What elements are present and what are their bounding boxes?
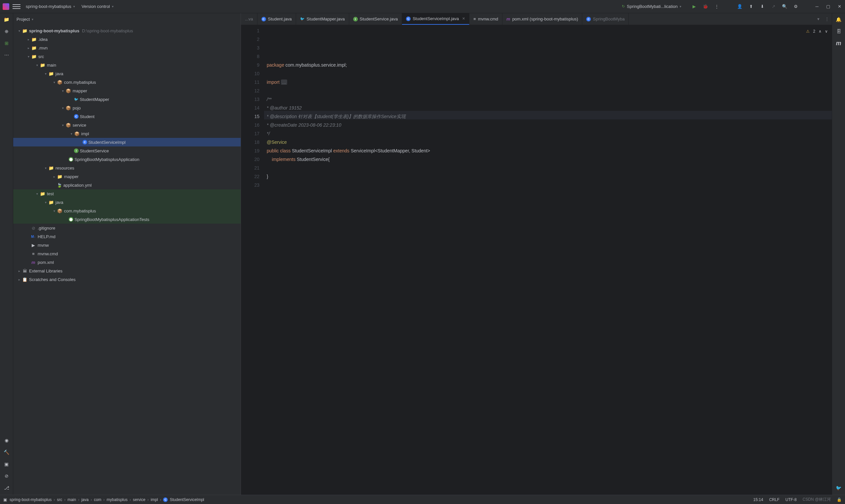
tree-folder-mvn[interactable]: ▸📁.mvn — [13, 43, 241, 52]
terminal-tool-icon[interactable]: ▣ — [3, 461, 10, 468]
scratch-icon: 📋 — [22, 277, 28, 282]
tree-folder-java[interactable]: ▾📁java — [13, 69, 241, 78]
library-icon: 🏛 — [22, 269, 28, 273]
tree-package-mapper[interactable]: ▾📦mapper — [13, 86, 241, 95]
run-button[interactable]: ▶ — [691, 4, 697, 10]
maven-icon: m — [506, 17, 510, 21]
mybatis-tool-icon[interactable]: 🐦 — [835, 484, 842, 491]
editor-area: ...va CStudent.java 🐦StudentMapper.java … — [241, 13, 832, 495]
next-highlight-icon[interactable]: ∨ — [825, 27, 828, 36]
tree-class-app[interactable]: ⬤ SpringBootMybatisplusApplication — [13, 155, 241, 164]
tree-folder-test[interactable]: ▾📁test — [13, 189, 241, 198]
tree-class-apptest[interactable]: ⬤ SpringBootMybatisplusApplicationTests — [13, 215, 241, 223]
database-tool-icon[interactable]: 🗄 — [835, 28, 842, 35]
text-icon: ≡ — [30, 251, 36, 256]
tree-interface-ss[interactable]: I StudentService — [13, 146, 241, 155]
project-tool-icon[interactable]: 📁 — [3, 16, 10, 23]
code-with-me-icon[interactable]: 👤 — [737, 4, 743, 10]
main-menu-button[interactable] — [13, 3, 20, 11]
script-icon: ▶ — [30, 243, 36, 248]
prev-highlight-icon[interactable]: ∧ — [818, 27, 822, 36]
tree-file-mvnw[interactable]: ▶mvnw — [13, 241, 241, 249]
tree-package-impl[interactable]: ▾📦impl — [13, 129, 241, 138]
close-button[interactable]: ✕ — [837, 4, 842, 10]
tab-studentmapper[interactable]: 🐦StudentMapper.java — [296, 13, 349, 25]
build-tool-icon[interactable]: 🔨 — [3, 449, 10, 456]
settings-icon[interactable]: ⚙ — [793, 4, 799, 10]
tree-folder-main[interactable]: ▾📁main — [13, 61, 241, 69]
more-tools-icon[interactable]: ⋯ — [3, 52, 10, 59]
sidebar-header[interactable]: Project ▾ — [13, 13, 241, 25]
search-icon[interactable]: 🔍 — [781, 4, 788, 10]
commit-icon[interactable]: ⬇ — [759, 4, 765, 10]
class-icon: C — [261, 17, 266, 21]
commit-tool-icon[interactable]: ⊕ — [3, 28, 10, 35]
tree-package-service[interactable]: ▾📦service — [13, 121, 241, 129]
tree-file[interactable]: 🐦 StudentMapper — [13, 95, 241, 104]
inspection-widget[interactable]: ⚠2 ∧ ∨ — [806, 27, 828, 36]
tree-class-student[interactable]: C Student — [13, 112, 241, 121]
ignore-icon: ⊘ — [30, 226, 36, 231]
run-tool-icon[interactable]: ◉ — [3, 437, 10, 444]
maven-tool-icon[interactable]: m — [835, 40, 842, 47]
minimize-button[interactable]: ─ — [814, 4, 820, 10]
class-icon: C — [83, 140, 87, 144]
tree-file-pom[interactable]: mpom.xml — [13, 258, 241, 267]
intellij-logo — [3, 3, 9, 10]
tree-folder-resources[interactable]: ▾📁resources — [13, 164, 241, 172]
code-editor[interactable]: package com.mybatisplus.service.impl; im… — [264, 25, 832, 495]
tab-partial[interactable]: ...va — [241, 13, 258, 25]
chevron-down-icon: ▾ — [112, 5, 113, 8]
debug-button[interactable]: 🐞 — [702, 4, 708, 10]
more-actions-button[interactable]: ⋮ — [714, 4, 720, 10]
tree-external-lib[interactable]: ▸🏛External Libraries — [13, 267, 241, 275]
line-separator[interactable]: CRLF — [769, 498, 779, 502]
chevron-down-icon: ▾ — [680, 5, 681, 8]
tree-file-mvnwcmd[interactable]: ≡mvnw.cmd — [13, 249, 241, 258]
structure-tool-icon[interactable]: ⊞ — [3, 40, 10, 47]
file-encoding[interactable]: UTF-8 — [785, 498, 796, 502]
readonly-toggle[interactable]: 🔒 — [837, 498, 842, 502]
tree-file-help[interactable]: M↓HELP.md — [13, 232, 241, 241]
spring-icon: ⬤ — [69, 157, 73, 162]
interface-icon: I — [74, 148, 78, 153]
caret-position[interactable]: 15:14 — [753, 498, 763, 502]
editor-body[interactable]: 123891011121314151617181920212223 packag… — [241, 25, 832, 495]
tree-root[interactable]: ▾📁spring-boot-mybatisplusD:\spring-boot-… — [13, 26, 241, 35]
tree-folder-java2[interactable]: ▾📁java — [13, 198, 241, 206]
project-dropdown[interactable]: spring-boot-mybatisplus — [26, 4, 71, 9]
project-sidebar: Project ▾ ▾📁spring-boot-mybatisplusD:\sp… — [13, 13, 241, 495]
run-configuration-selector[interactable]: ↻ SpringBootMybati...lication ▾ — [622, 4, 688, 9]
update-icon[interactable]: ⬆ — [748, 4, 754, 10]
vcs-tool-icon[interactable]: ⎇ — [3, 484, 10, 491]
tab-mvnwcmd[interactable]: ≡mvnw.cmd — [469, 13, 503, 25]
tree-scratches[interactable]: ▸📋Scratches and Consoles — [13, 275, 241, 284]
maximize-button[interactable]: ▢ — [825, 4, 831, 10]
push-icon[interactable]: ↗ — [770, 4, 776, 10]
spring-leaf-icon: 🍃 — [57, 183, 62, 188]
maven-icon: m — [30, 260, 36, 265]
breadcrumb[interactable]: spring-boot-mybatisplus› src› main› java… — [10, 498, 204, 502]
tab-studentserviceimpl[interactable]: CStudentServiceImpl.java✕ — [402, 13, 469, 25]
tree-file-appyml[interactable]: 🍃 application.yml — [13, 181, 241, 189]
tab-springboot[interactable]: CSpringBootMyba — [582, 13, 629, 25]
tree-folder-src[interactable]: ▾📁src — [13, 52, 241, 61]
tab-dropdown[interactable]: ▾ — [815, 17, 822, 21]
tab-more[interactable]: ⋮ — [822, 17, 832, 21]
tree-folder-idea[interactable]: ▸📁.idea — [13, 35, 241, 43]
tree-package2[interactable]: ▾📦com.mybatisplus — [13, 206, 241, 215]
tree-package-pojo[interactable]: ▾📦pojo — [13, 104, 241, 112]
tree-folder-mapper[interactable]: ▸📁mapper — [13, 172, 241, 181]
chevron-down-icon: ▾ — [32, 17, 33, 21]
tab-student[interactable]: CStudent.java — [258, 13, 296, 25]
version-control-dropdown[interactable]: Version control — [82, 4, 110, 9]
nav-icon[interactable]: ▣ — [3, 498, 7, 502]
notifications-icon[interactable]: 🔔 — [835, 16, 842, 23]
tree-file-gitignore[interactable]: ⊘.gitignore — [13, 223, 241, 232]
tab-pom[interactable]: mpom.xml (spring-boot-mybatisplus) — [503, 13, 582, 25]
tree-class-ssi[interactable]: C StudentServiceImpl — [13, 138, 241, 146]
close-icon[interactable]: ✕ — [462, 17, 465, 21]
problems-tool-icon[interactable]: ⊘ — [3, 472, 10, 480]
tree-package[interactable]: ▾📦com.mybatisplus — [13, 78, 241, 86]
tab-studentservice[interactable]: IStudentService.java — [349, 13, 402, 25]
